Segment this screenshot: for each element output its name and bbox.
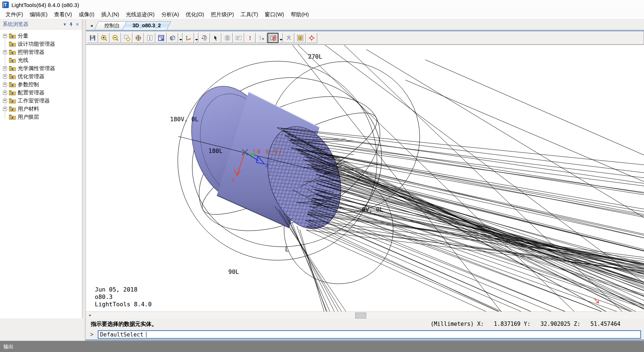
- menu-item-optimization[interactable]: 优化(O): [183, 10, 208, 19]
- output-panel-label: 输出: [3, 344, 14, 350]
- sidebar-item-studio-manager[interactable]: +工作室管理器: [0, 97, 82, 105]
- expander-icon[interactable]: +: [3, 99, 7, 103]
- toolbar-button-view-single[interactable]: 1: [144, 33, 155, 43]
- scrollbar-thumb[interactable]: [355, 313, 366, 318]
- manager-folder-icon: [9, 33, 16, 39]
- expander-icon[interactable]: +: [3, 107, 7, 111]
- command-prompt-symbol: >: [90, 331, 93, 338]
- viewport-label: 270L: [308, 53, 322, 60]
- annotation-icon: [235, 35, 242, 41]
- menu-item-file[interactable]: 文件(F): [2, 10, 27, 19]
- dropdown-arrow-icon[interactable]: [194, 33, 198, 43]
- sidebar-item-components[interactable]: +分量: [0, 32, 82, 40]
- sidebar-item-optical-properties-manager[interactable]: +光学属性管理器: [0, 64, 82, 72]
- sidebar-item-design-feature-manager[interactable]: 设计功能管理器: [0, 40, 82, 48]
- cursor-coordinates-readout: (Millimeters) X: 1.837169 Y: 32.902025 Z…: [430, 321, 620, 327]
- manager-folder-icon: [9, 73, 16, 79]
- tab-scroll-left-button[interactable]: ◄: [88, 22, 95, 29]
- toolbar-button-select-cursor[interactable]: [210, 33, 221, 43]
- viewport-label: 180V, 0L: [170, 116, 198, 123]
- toolbar-button-view-orientation[interactable]: [183, 33, 194, 43]
- output-panel-bar[interactable]: 输出: [0, 341, 644, 352]
- status-right-zone: 指示要选择的数据元实体。 (Millimeters) X: 1.837169 Y…: [85, 318, 644, 341]
- sidebar-item-rays[interactable]: 光线: [0, 56, 82, 64]
- view-orientation-icon: [185, 35, 192, 41]
- toolbar-button-rotate-view[interactable]: [199, 33, 210, 43]
- manager-folder-icon: [9, 65, 16, 71]
- sidebar-item-label: 参数控制: [18, 81, 39, 88]
- view-info-line: LightTools 8.4.0: [95, 301, 152, 308]
- 3d-viewport[interactable]: 270L180V, 0L180L90LL0V, 0L [0 0 0] x z J…: [86, 45, 644, 311]
- toolbar-button-ray-alert[interactable]: !: [245, 33, 256, 43]
- expander-icon[interactable]: +: [3, 50, 7, 54]
- origin-coordinates-label: [0 0 0]: [253, 148, 283, 155]
- menu-item-insert[interactable]: 插入(N): [98, 10, 122, 19]
- status-zone: 指示要选择的数据元实体。 (Millimeters) X: 1.837169 Y…: [0, 318, 644, 341]
- ray-trace-icon: [270, 35, 276, 41]
- toolbar-button-view-3d[interactable]: [167, 33, 178, 43]
- sidebar-item-label: 光线: [18, 57, 28, 64]
- tree-connector: [3, 115, 7, 119]
- sidebar-item-label: 照明管理器: [18, 49, 45, 56]
- status-bar: 指示要选择的数据元实体。 (Millimeters) X: 1.837169 Y…: [86, 318, 644, 330]
- expander-icon[interactable]: +: [3, 91, 7, 95]
- toolbar-button-annotation[interactable]: [233, 33, 244, 43]
- main-panel: ◄ 控制台 3D_o80.3_2 14!!z: [86, 20, 644, 318]
- sidebar-item-configuration-manager[interactable]: +配置管理器: [0, 88, 82, 97]
- z-axis-label: z: [265, 161, 268, 168]
- menu-item-photorealistic[interactable]: 照片级(P): [207, 10, 237, 19]
- menu-item-imaging[interactable]: 成像(I): [75, 10, 98, 19]
- sidebar-item-parameter-control[interactable]: +参数控制: [0, 80, 82, 88]
- expander-icon[interactable]: +: [3, 74, 7, 79]
- sidebar-item-label: 用户材料: [18, 105, 39, 112]
- toolbar-button-ray-trace[interactable]: [267, 33, 278, 43]
- toolbar-button-ray-clear[interactable]: [283, 33, 294, 43]
- toolbar-button-ray-marker[interactable]: [306, 33, 317, 43]
- command-line-row: > DefaultSelect: [86, 330, 644, 341]
- panel-menu-arrow-icon[interactable]: ▼: [62, 21, 68, 28]
- menu-item-analysis[interactable]: 分析(A): [158, 10, 182, 19]
- menu-item-help[interactable]: 帮助(H): [287, 10, 312, 19]
- menu-item-view[interactable]: 查看(V): [51, 10, 75, 19]
- scroll-left-arrow-icon[interactable]: ◄: [87, 313, 93, 318]
- tab-3d-view[interactable]: 3D_o80.3_2: [124, 21, 169, 30]
- status-prompt: 指示要选择的数据元实体。: [91, 321, 157, 328]
- sidebar-item-illumination-manager[interactable]: +照明管理器: [0, 48, 82, 56]
- expander-icon[interactable]: +: [3, 66, 7, 70]
- title-bar: T LightTools(64) 8.4.0 (o80.3): [0, 0, 644, 10]
- menu-item-edit[interactable]: 编辑(E): [27, 10, 51, 19]
- pin-icon[interactable]: [68, 21, 74, 28]
- lighttools-logo-icon: T: [2, 1, 9, 8]
- toolbar-button-lens-element-view[interactable]: [222, 33, 233, 43]
- toolbar-button-zoom-in[interactable]: [98, 33, 110, 43]
- view-single-icon: 1: [146, 35, 153, 41]
- horizontal-scrollbar[interactable]: ◄: [86, 311, 644, 318]
- sidebar-item-user-coatings[interactable]: 用户膜层: [0, 113, 82, 121]
- toolbar-button-ray-add[interactable]: !: [256, 33, 267, 43]
- system-navigator-tree: +分量设计功能管理器+照明管理器光线+光学属性管理器+优化管理器+参数控制+配置…: [0, 29, 82, 318]
- command-input[interactable]: DefaultSelect: [98, 330, 641, 339]
- menu-item-window[interactable]: 窗口(W): [262, 10, 287, 19]
- expander-icon[interactable]: +: [3, 83, 7, 87]
- sidebar-item-user-materials[interactable]: +用户材料: [0, 105, 82, 113]
- toolbar-button-z-buffer[interactable]: z: [295, 33, 306, 43]
- close-panel-icon[interactable]: ×: [74, 21, 80, 28]
- ray-clear-icon: [285, 35, 292, 41]
- dropdown-arrow-icon[interactable]: [179, 33, 183, 43]
- viewport-label: 90L: [228, 268, 239, 275]
- dropdown-arrow-icon[interactable]: [279, 33, 283, 43]
- toolbar-button-zoom-all[interactable]: [133, 33, 144, 43]
- zoom-all-icon: [135, 35, 142, 41]
- ray-alert-icon: !: [247, 35, 253, 41]
- expander-icon[interactable]: +: [3, 34, 7, 38]
- toolbar-button-zoom-out[interactable]: [110, 33, 121, 43]
- panel-splitter[interactable]: [82, 20, 86, 318]
- view-info-text: Jun 05, 2018o80.3LightTools 8.4.0: [95, 286, 152, 308]
- sidebar-item-label: 用户膜层: [18, 114, 39, 121]
- sidebar-item-optimization-manager[interactable]: +优化管理器: [0, 72, 82, 80]
- toolbar-button-view-quad[interactable]: 4: [156, 33, 167, 43]
- menu-item-tools[interactable]: 工具(T): [237, 10, 262, 19]
- toolbar-button-zoom-window[interactable]: [121, 33, 132, 43]
- toolbar-button-save[interactable]: [87, 33, 98, 43]
- menu-item-ray-trace[interactable]: 光线追迹(R): [122, 10, 158, 19]
